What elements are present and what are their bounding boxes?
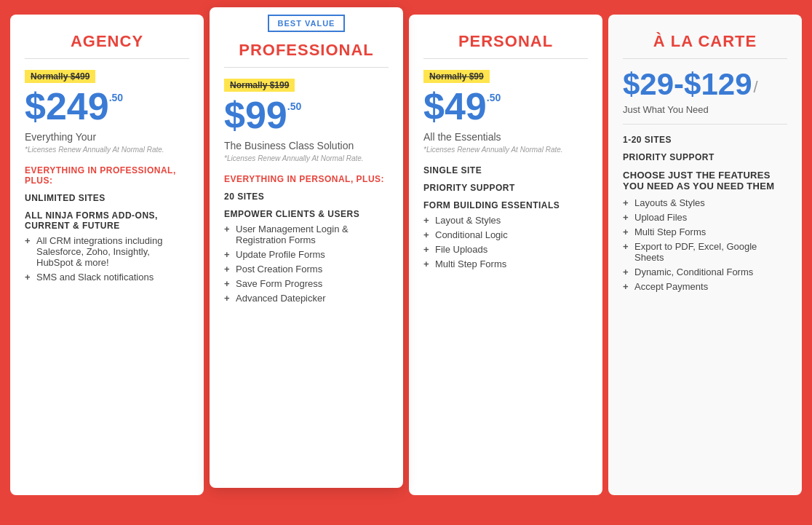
personal-title: PERSONAL bbox=[423, 32, 588, 51]
professional-section-label: EVERYTHING IN PERSONAL, PLUS: bbox=[224, 174, 389, 184]
alacarte-plan-card: À LA CARTE $29-$129 / Just What You Need… bbox=[608, 15, 802, 495]
agency-normally: Normally $499 bbox=[25, 70, 95, 83]
agency-feature-bold-1: ALL NINJA FORMS ADD-ONS, CURRENT & FUTUR… bbox=[25, 210, 189, 231]
professional-title: PROFESSIONAL bbox=[224, 41, 389, 60]
agency-feature-0: All CRM integrations including Salesforc… bbox=[25, 235, 189, 268]
professional-feature-3: Save Form Progress bbox=[224, 278, 389, 289]
professional-normally: Normally $199 bbox=[224, 79, 295, 92]
personal-renewal: *Licenses Renew Annually At Normal Rate. bbox=[423, 146, 588, 154]
professional-price-row: $99 .50 bbox=[224, 96, 389, 134]
personal-features-section: FORM BUILDING ESSENTIALS bbox=[423, 200, 588, 210]
agency-price: $249 bbox=[25, 87, 109, 125]
alacarte-divider bbox=[623, 58, 787, 59]
professional-plan-card: BEST VALUE PROFESSIONAL Normally $199 $9… bbox=[210, 7, 403, 488]
professional-subtitle: The Business Class Solution bbox=[224, 140, 389, 151]
alacarte-feature-3: Export to PDF, Excel, Google Sheets bbox=[623, 241, 787, 263]
professional-divider bbox=[224, 67, 389, 68]
professional-feature-4: Advanced Datepicker bbox=[224, 293, 389, 304]
professional-renewal: *Licenses Renew Annually At Normal Rate. bbox=[224, 154, 389, 162]
professional-feature-bold-0: 20 SITES bbox=[224, 192, 389, 202]
personal-price: $49 bbox=[423, 87, 487, 125]
personal-plan-card: PERSONAL Normally $99 $49 .50 All the Es… bbox=[409, 15, 602, 495]
personal-divider bbox=[423, 58, 588, 59]
agency-price-row: $249 .50 bbox=[25, 87, 189, 125]
personal-feature-0: Layout & Styles bbox=[423, 215, 588, 226]
professional-feature-0: User Management Login & Registration For… bbox=[224, 224, 389, 245]
alacarte-choose-label: CHOOSE JUST THE FEATURES YOU NEED AS YOU… bbox=[623, 170, 787, 192]
alacarte-divider2 bbox=[623, 124, 787, 125]
alacarte-title: À LA CARTE bbox=[623, 32, 787, 51]
agency-title: AGENCY bbox=[25, 32, 189, 51]
agency-price-super: .50 bbox=[109, 92, 123, 103]
personal-meta-0: SINGLE SITE bbox=[423, 165, 588, 175]
agency-plan-card: AGENCY Normally $499 $249 .50 Everything… bbox=[10, 15, 204, 495]
best-value-badge: BEST VALUE bbox=[268, 15, 346, 32]
agency-section-label: EVERYTHING IN PROFESSIONAL, PLUS: bbox=[25, 165, 189, 186]
personal-feature-3: Multi Step Forms bbox=[423, 258, 588, 269]
agency-feature-1: SMS and Slack notifications bbox=[25, 272, 189, 283]
pricing-container: AGENCY Normally $499 $249 .50 Everything… bbox=[7, 15, 805, 495]
alacarte-price-range: $29-$129 bbox=[623, 69, 752, 100]
alacarte-feature-1: Upload Files bbox=[623, 212, 787, 223]
agency-divider bbox=[25, 58, 189, 59]
alacarte-feature-4: Dynamic, Conditional Forms bbox=[623, 267, 787, 277]
professional-feature-2: Post Creation Forms bbox=[224, 264, 389, 275]
personal-feature-2: File Uploads bbox=[423, 244, 588, 255]
alacarte-price-row: $29-$129 / bbox=[623, 69, 787, 100]
alacarte-price-slash: / bbox=[754, 78, 758, 100]
personal-feature-1: Conditional Logic bbox=[423, 229, 588, 240]
agency-subtitle: Everything Your bbox=[25, 131, 189, 143]
alacarte-meta-1: PRIORITY SUPPORT bbox=[623, 152, 787, 162]
personal-price-row: $49 .50 bbox=[423, 87, 588, 125]
alacarte-meta-0: 1-20 SITES bbox=[623, 135, 787, 145]
alacarte-subtitle: Just What You Need bbox=[623, 104, 787, 115]
personal-meta-1: PRIORITY SUPPORT bbox=[423, 183, 588, 193]
professional-price: $99 bbox=[224, 96, 287, 134]
alacarte-feature-0: Layouts & Styles bbox=[623, 197, 787, 208]
professional-feature-1: Update Profile Forms bbox=[224, 249, 389, 260]
personal-price-super: .50 bbox=[487, 92, 501, 103]
alacarte-feature-5: Accept Payments bbox=[623, 281, 787, 292]
alacarte-feature-2: Multi Step Forms bbox=[623, 226, 787, 237]
agency-renewal: *Licenses Renew Annually At Normal Rate. bbox=[25, 146, 189, 154]
personal-normally: Normally $99 bbox=[423, 70, 490, 83]
personal-subtitle: All the Essentials bbox=[423, 131, 588, 143]
professional-feature-bold-1: EMPOWER CLIENTS & USERS bbox=[224, 209, 389, 219]
professional-price-super: .50 bbox=[287, 100, 301, 112]
agency-feature-bold-0: UNLIMITED SITES bbox=[25, 193, 189, 203]
